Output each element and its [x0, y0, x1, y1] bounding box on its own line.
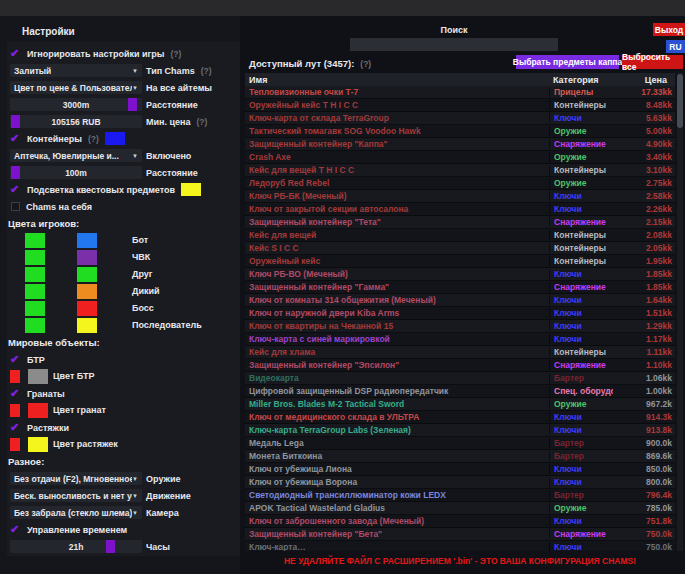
dropdown[interactable]: Без отдачи (F2), Мгновенное п▼ [10, 472, 142, 485]
color-swatch[interactable] [105, 132, 125, 145]
color-swatch-visible[interactable] [25, 250, 45, 265]
dropdown[interactable]: Беск. выносливость и нет уста▼ [10, 489, 142, 502]
item-price: 900.0k [613, 438, 675, 448]
checkbox[interactable]: ✔ [10, 133, 23, 144]
color-swatch-hidden[interactable] [77, 318, 97, 333]
checkbox[interactable]: ✔ [10, 388, 23, 399]
checkbox[interactable]: ✔ [10, 422, 23, 433]
dropdown[interactable]: Цвет по цене & Пользователь▼ [10, 81, 142, 94]
color-swatch-hidden[interactable] [77, 233, 97, 248]
table-row[interactable]: Crash AxeОружие3.40kk [245, 151, 675, 164]
table-row[interactable]: Тактический томагавк SOG Voodoo HawkОруж… [245, 125, 675, 138]
table-row[interactable]: Защищенный контейнер "Бета"Снаряжение750… [245, 528, 675, 541]
table-row[interactable]: Кейс для вещейКонтейнеры2.08kk [245, 229, 675, 242]
table-row[interactable]: Оружейный кейсКонтейнеры1.95kk [245, 255, 675, 268]
dropdown[interactable]: Аптечка, Ювелирные и...▼ [10, 149, 142, 162]
help-icon[interactable]: (?) [360, 59, 371, 69]
color-swatch-hidden[interactable] [77, 301, 97, 316]
checkbox[interactable]: ✔ [10, 184, 23, 195]
chams-config-window: Настройки ✔Игнорировать настройки игры(?… [0, 0, 685, 574]
table-row[interactable]: Ключ-карта с синей маркировкойКлючи1.17k… [245, 333, 675, 346]
slider-thumb[interactable] [11, 115, 20, 128]
select-kappa-items-button[interactable]: Выбрать предметы каппа [516, 55, 619, 69]
color-swatch-hidden[interactable] [77, 284, 97, 299]
slider[interactable]: 105156 RUB [10, 115, 142, 128]
dropdown[interactable]: Залитый▼ [10, 64, 142, 77]
table-row[interactable]: Кейс для хламаКонтейнеры1.11kk [245, 346, 675, 359]
exit-button[interactable]: Выход [653, 23, 685, 36]
dropdown[interactable]: Без забрала (стекло шлема)▼ [10, 506, 142, 519]
table-row[interactable]: Цифровой защищенный DSP радиопередатчикС… [245, 385, 675, 398]
table-row[interactable]: Медаль LegaБартер900.0k [245, 437, 675, 450]
scrollbar-track[interactable] [677, 73, 683, 551]
help-icon[interactable]: (?) [201, 66, 212, 76]
column-header-price[interactable]: Цена [613, 75, 675, 85]
table-row[interactable]: Miller Bros. Blades M-2 Tactical SwordОр… [245, 398, 675, 411]
color-swatch-hidden[interactable] [28, 369, 48, 384]
item-category: Ключи [549, 295, 613, 305]
color-swatch-hidden[interactable] [28, 403, 48, 418]
table-row[interactable]: Ключ-карта от склада TerraGroupКлючи5.63… [245, 112, 675, 125]
table-row[interactable]: Кейс для вещей T H I C CКонтейнеры3.10kk [245, 164, 675, 177]
color-swatch-visible[interactable] [25, 318, 45, 333]
table-row[interactable]: Ключ от комнаты 314 общежития (Меченый)К… [245, 294, 675, 307]
table-row[interactable]: Ключ-карта…Ключи750.0k [245, 541, 675, 551]
color-swatch-hidden[interactable] [77, 267, 97, 282]
table-row[interactable]: Кейс S I C CКонтейнеры2.05kk [245, 242, 675, 255]
table-row[interactable]: Защищенный контейнер "Гамма"Снаряжение1.… [245, 281, 675, 294]
drop-all-button[interactable]: Выбросить все [622, 55, 683, 69]
slider-thumb[interactable] [106, 540, 115, 553]
table-row[interactable]: Монета БиткоинаБартер869.6k [245, 450, 675, 463]
table-row[interactable]: Тепловизионные очки Т-7Прицелы17.33kk [245, 86, 675, 99]
color-swatch-visible[interactable] [25, 233, 45, 248]
table-row[interactable]: Ключ-карта TerraGroup Labs (Зеленая)Ключ… [245, 424, 675, 437]
table-row[interactable]: Оружейный кейс T H I C CКонтейнеры8.48kk [245, 99, 675, 112]
search-input[interactable] [350, 38, 558, 51]
color-swatch-hidden[interactable] [28, 437, 48, 452]
checkbox[interactable]: ✔ [10, 354, 23, 365]
scrollbar-thumb[interactable] [677, 74, 683, 128]
slider-thumb[interactable] [11, 166, 20, 179]
table-row[interactable]: Ключ от наружной двери Kiba ArmsКлючи1.5… [245, 307, 675, 320]
table-row[interactable]: Ледоруб Red RebelОружие2.75kk [245, 177, 675, 190]
color-swatch-visible[interactable] [25, 301, 45, 316]
table-row[interactable]: Защищенный контейнер "Эпсилон"Снаряжение… [245, 359, 675, 372]
slider[interactable]: 21h [10, 540, 142, 553]
table-row[interactable]: Ключ от квартиры на Чеканной 15Ключи1.29… [245, 320, 675, 333]
table-row[interactable]: Ключ от убежища ВоронаКлючи800.0k [245, 476, 675, 489]
help-icon[interactable]: (?) [196, 117, 207, 127]
slider-value: 100m [65, 168, 87, 178]
table-row[interactable]: Защищенный контейнер "Тета"Снаряжение2.1… [245, 216, 675, 229]
slider[interactable]: 100m [10, 166, 142, 179]
table-row[interactable]: Ключ от заброшенного завода (Меченый)Клю… [245, 515, 675, 528]
table-row[interactable]: Защищенный контейнер "Каппа"Снаряжение4.… [245, 138, 675, 151]
table-row[interactable]: APOK Tactical Wasteland GladiusОружие785… [245, 502, 675, 515]
color-swatch-visible[interactable] [25, 284, 45, 299]
column-header-category[interactable]: Категория [549, 75, 613, 85]
slider[interactable]: 3000m [10, 98, 142, 111]
help-icon[interactable]: (?) [170, 49, 181, 59]
item-category: Спец. оборудование [549, 386, 613, 396]
color-swatch-hidden[interactable] [77, 250, 97, 265]
color-swatch-visible[interactable] [10, 438, 20, 451]
column-header-name[interactable]: Имя [245, 75, 549, 85]
table-row[interactable]: Ключ РБ-ВО (Меченый)Ключи1.85kk [245, 268, 675, 281]
color-swatch-visible[interactable] [25, 267, 45, 282]
loot-table-rows: Тепловизионные очки Т-7Прицелы17.33kkОру… [245, 86, 675, 551]
color-swatch[interactable] [181, 183, 201, 196]
color-swatch-visible[interactable] [10, 370, 20, 383]
table-row[interactable]: Ключ от закрытой секции автосалонаКлючи2… [245, 203, 675, 216]
settings-row-checkbox: ✔Игнорировать настройки игры(?) [7, 45, 240, 62]
checkbox[interactable]: ✔ [10, 524, 23, 535]
table-row[interactable]: Ключ РБ-БК (Меченый)Ключи2.58kk [245, 190, 675, 203]
checkbox[interactable]: ✔ [10, 48, 23, 59]
checkbox[interactable] [11, 202, 20, 211]
table-row[interactable]: ВидеокартаБартер1.06kk [245, 372, 675, 385]
table-row[interactable]: Светодиодный трансиллюминатор кожи LEDXБ… [245, 489, 675, 502]
slider-thumb[interactable] [128, 98, 137, 111]
color-swatch-visible[interactable] [10, 404, 20, 417]
item-category: Ключи [549, 204, 613, 214]
table-row[interactable]: Ключ от медицинского склада в УЛЬТРАКлюч… [245, 411, 675, 424]
table-row[interactable]: Ключ от убежища ЛионаКлючи850.0k [245, 463, 675, 476]
help-icon[interactable]: (?) [88, 134, 99, 144]
